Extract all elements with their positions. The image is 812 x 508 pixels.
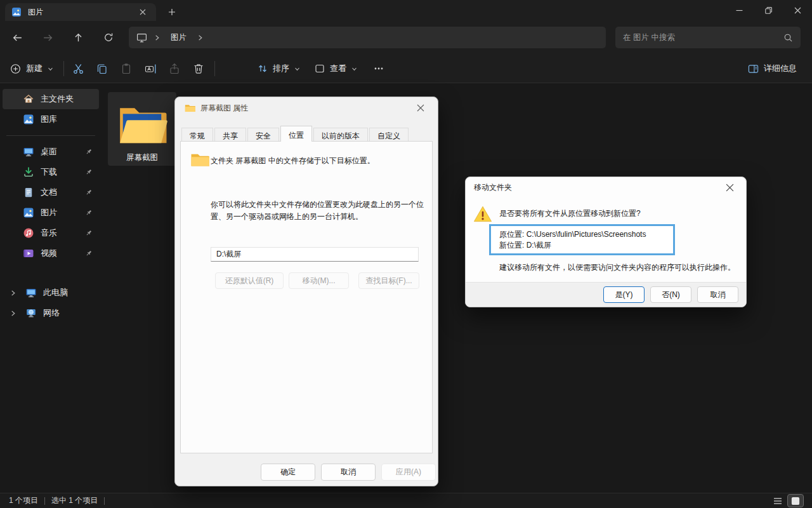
tab-title: 图片 <box>28 7 129 18</box>
move-button[interactable]: 移动(M)... <box>289 272 349 289</box>
move-cancel-button[interactable]: 取消 <box>697 286 738 303</box>
tab-security[interactable]: 安全 <box>247 128 279 142</box>
more-options-button[interactable] <box>367 58 391 79</box>
sidebar-item-downloads[interactable]: 下载 <box>3 162 99 182</box>
navigation-bar: 图片 <box>0 21 812 54</box>
chevron-right-icon[interactable] <box>154 34 160 41</box>
copy-button[interactable] <box>90 58 114 79</box>
expand-chevron-icon[interactable] <box>6 290 19 297</box>
sidebar-item-network[interactable]: 网络 <box>3 303 99 323</box>
sidebar-item-videos[interactable]: 视频 <box>3 243 99 264</box>
details-pane-label: 详细信息 <box>764 63 797 74</box>
restore-button[interactable] <box>754 0 783 21</box>
tab-sharing[interactable]: 共享 <box>214 128 246 142</box>
move-button-label: 移动(M)... <box>303 276 336 286</box>
tab-location[interactable]: 位置 <box>280 126 312 142</box>
window-titlebar: 图片 <box>0 0 812 21</box>
home-icon <box>23 93 34 105</box>
address-bar[interactable]: 图片 <box>129 27 606 48</box>
move-folder-dialog: 移动文件夹 是否要将所有文件从原位置移动到新位置? 原位置: C:\Users\… <box>465 177 747 307</box>
warning-icon <box>473 205 492 223</box>
sidebar-item-documents[interactable]: 文档 <box>3 182 99 203</box>
restore-default-button[interactable]: 还原默认值(R) <box>215 272 284 289</box>
sidebar-item-home[interactable]: 主文件夹 <box>3 89 99 109</box>
folder-tile-screenshots[interactable]: 屏幕截图 <box>108 92 176 166</box>
share-button[interactable] <box>162 58 187 79</box>
sidebar-item-desktop[interactable]: 桌面 <box>3 142 99 162</box>
tab-previous-versions[interactable]: 以前的版本 <box>313 128 368 142</box>
window-controls <box>724 0 812 21</box>
cut-button[interactable] <box>66 58 90 79</box>
no-button-label: 否(N) <box>662 290 680 300</box>
search-input[interactable] <box>623 33 783 42</box>
sidebar-item-music[interactable]: 音乐 <box>3 223 99 243</box>
sidebar-item-label: 网络 <box>43 307 99 319</box>
desktop-folder-icon <box>23 146 34 157</box>
details-pane-icon <box>748 64 759 74</box>
apply-button-label: 应用(A) <box>396 467 421 478</box>
forward-button[interactable] <box>36 27 59 48</box>
sidebar-item-pictures[interactable]: 图片 <box>3 203 99 223</box>
pictures-icon <box>23 207 34 218</box>
yes-button-label: 是(Y) <box>615 290 633 300</box>
up-button[interactable] <box>67 27 89 48</box>
sidebar-item-gallery[interactable]: 图库 <box>3 109 99 130</box>
view-icon <box>315 64 325 74</box>
no-button[interactable]: 否(N) <box>650 286 691 303</box>
move-dialog-footer: 是(Y) 否(N) 取消 <box>466 282 746 307</box>
search-icon[interactable] <box>783 33 793 43</box>
tab-customize[interactable]: 自定义 <box>369 128 409 142</box>
sidebar-item-label: 主文件夹 <box>41 93 99 105</box>
navigation-pane: 主文件夹 图库 桌面 下载 文档 <box>0 84 102 493</box>
selected-count: 选中 1 个项目 <box>51 495 98 506</box>
sort-button[interactable]: 排序 <box>251 58 306 79</box>
breadcrumb-pictures[interactable]: 图片 <box>167 31 190 44</box>
yes-button[interactable]: 是(Y) <box>603 286 645 303</box>
paste-button[interactable] <box>114 58 138 79</box>
open-folder-icon <box>114 95 170 151</box>
new-location-text: 新位置: D:\截屏 <box>499 240 673 251</box>
toolbar-divider <box>214 61 215 76</box>
properties-close-icon[interactable] <box>413 100 428 116</box>
chevron-down-icon <box>294 66 300 72</box>
rename-button[interactable] <box>138 58 162 79</box>
delete-button[interactable] <box>187 58 211 79</box>
folder-tile-label: 屏幕截图 <box>126 152 158 163</box>
view-button[interactable]: 查看 <box>308 58 363 79</box>
item-count: 1 个项目 <box>9 495 38 506</box>
location-tab-panel: 文件夹 屏幕截图 中的文件存储于以下目标位置。 你可以将此文件夹中文件存储的位置… <box>180 141 433 453</box>
ok-button-label: 确定 <box>280 467 296 478</box>
pin-icon <box>85 189 93 196</box>
tab-close-icon[interactable] <box>136 5 150 19</box>
close-button[interactable] <box>783 0 812 21</box>
expand-chevron-icon[interactable] <box>6 310 19 317</box>
refresh-button[interactable] <box>97 27 120 48</box>
documents-icon <box>23 187 34 198</box>
chevron-down-icon <box>48 66 53 72</box>
desktop-icon <box>136 32 147 43</box>
thumbnail-view-toggle[interactable] <box>788 495 803 507</box>
new-tab-button[interactable] <box>164 5 180 19</box>
properties-dialog-titlebar: 屏幕截图 属性 <box>175 97 438 119</box>
pictures-tab-icon <box>11 7 22 17</box>
ok-button[interactable]: 确定 <box>261 464 315 481</box>
chevron-right-icon[interactable] <box>197 34 204 41</box>
apply-button[interactable]: 应用(A) <box>381 464 436 481</box>
location-description-text: 你可以将此文件夹中文件存储的位置更改为此硬盘上的另一个位置、另一个驱动器或网络上… <box>211 199 424 223</box>
move-close-icon[interactable] <box>721 179 738 196</box>
plus-circle-icon <box>10 64 21 74</box>
explorer-tab-pictures[interactable]: 图片 <box>5 3 156 21</box>
status-divider <box>104 497 105 505</box>
details-view-toggle[interactable] <box>770 495 785 507</box>
properties-dialog-title: 屏幕截图 属性 <box>200 103 248 114</box>
location-path-input[interactable] <box>211 247 419 262</box>
new-button[interactable]: 新建 <box>4 58 60 79</box>
find-target-button[interactable]: 查找目标(F)... <box>358 272 419 289</box>
details-pane-button[interactable]: 详细信息 <box>742 58 803 79</box>
tab-general[interactable]: 常规 <box>181 128 213 142</box>
properties-dialog: 屏幕截图 属性 常规 共享 安全 位置 以前的版本 自定义 文件夹 屏幕截图 中… <box>174 97 438 486</box>
sidebar-item-this-pc[interactable]: 此电脑 <box>3 283 99 303</box>
minimize-button[interactable] <box>724 0 754 21</box>
back-button[interactable] <box>6 27 29 48</box>
cancel-button[interactable]: 取消 <box>321 464 376 481</box>
